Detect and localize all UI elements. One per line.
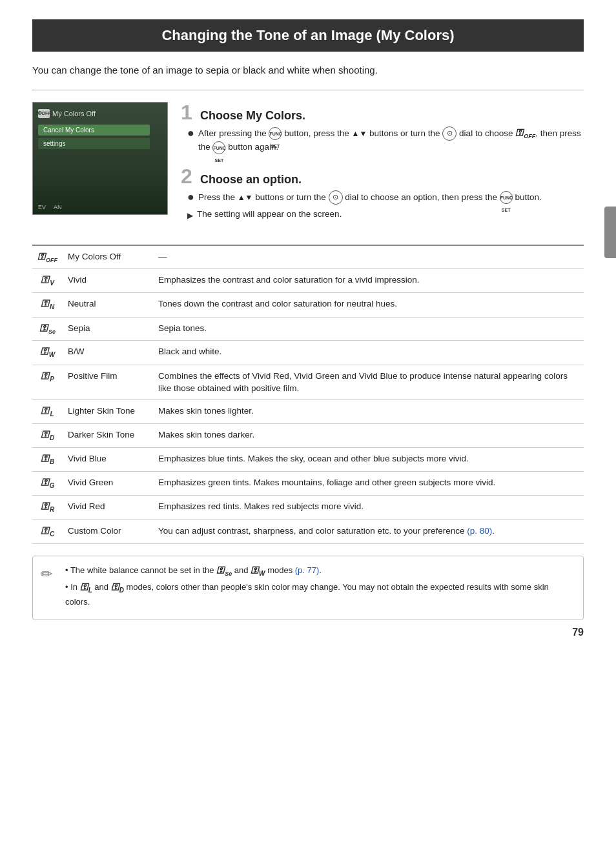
cam-mycolors-icon: ⚙OFF (38, 109, 50, 118)
row-icon: ⚿N (32, 293, 63, 317)
intro-text: You can change the tone of an image to s… (32, 63, 584, 78)
row-desc: Tones down the contrast and color satura… (153, 293, 584, 317)
table-row: ⚿L Lighter Skin Tone Makes skin tones li… (32, 399, 584, 423)
step-2-title: Choose an option. (200, 173, 302, 187)
step-1-number: 1 (181, 102, 195, 123)
step-2-bullet-1-text: Press the ▲▼ buttons or turn the ⊙ dial … (198, 190, 542, 205)
right-tab (604, 207, 616, 258)
table-row: ⚿G Vivid Green Emphasizes green tints. M… (32, 472, 584, 496)
cam-bottom-labels: EV AN (38, 204, 62, 210)
row-desc: Emphasizes red tints. Makes red subjects… (153, 496, 584, 520)
step-2-bullet-2-text: The setting will appear on the screen. (197, 208, 342, 221)
row-desc: Sepia tones. (153, 317, 584, 341)
note-line-1: • The white balance cannot be set in the… (65, 564, 573, 579)
dial-icon-1: ⊙ (442, 126, 457, 141)
step-2-number: 2 (181, 166, 195, 187)
row-desc: Black and white. (153, 341, 584, 365)
note-line-2: • In ⚿L and ⚿D modes, colors other than … (65, 581, 573, 609)
options-table: ⚿OFF My Colors Off — ⚿V Vivid Emphasizes… (32, 245, 584, 544)
table-row: ⚿R Vivid Red Emphasizes red tints. Makes… (32, 496, 584, 520)
row-desc: Makes skin tones darker. (153, 423, 584, 447)
table-row: ⚿Se Sepia Sepia tones. (32, 317, 584, 341)
row-name: Sepia (63, 317, 153, 341)
func-set-icon-1: FUNCSET (269, 127, 282, 140)
row-icon: ⚿C (32, 520, 63, 543)
row-desc: Makes skin tones lighter. (153, 399, 584, 423)
step-2: 2 Choose an option. ● Press the ▲▼ butto… (181, 166, 584, 221)
table-row: ⚿P Positive Film Combines the effects of… (32, 365, 584, 399)
notes-box: ✏ • The white balance cannot be set in t… (32, 556, 584, 620)
cam-mycolors-label: My Colors Off (52, 110, 96, 117)
row-desc: Combines the effects of Vivid Red, Vivid… (153, 365, 584, 399)
mycolors-off-icon: ⚿OFF (515, 128, 535, 137)
row-name: Darker Skin Tone (63, 423, 153, 447)
row-icon: ⚿P (32, 365, 63, 399)
section-divider (32, 90, 584, 90)
table-row: ⚿B Vivid Blue Emphasizes blue tints. Mak… (32, 448, 584, 472)
table-row: ⚿N Neutral Tones down the contrast and c… (32, 293, 584, 317)
row-name: Vivid Blue (63, 448, 153, 472)
cam-menu-item-1: Cancel My Colors (38, 125, 150, 136)
row-name: Custom Color (63, 520, 153, 543)
step-1-title: Choose My Colors. (200, 109, 305, 123)
row-name: Neutral (63, 293, 153, 317)
table-row: ⚿D Darker Skin Tone Makes skin tones dar… (32, 423, 584, 447)
step-2-bullet-2: ▶ The setting will appear on the screen. (187, 208, 584, 221)
row-icon: ⚿B (32, 448, 63, 472)
row-icon: ⚿G (32, 472, 63, 496)
table-row: ⚿C Custom Color You can adjust contrast,… (32, 520, 584, 543)
row-name: My Colors Off (63, 245, 153, 269)
triangle-icon: ▶ (187, 210, 193, 221)
page-number: 79 (32, 627, 584, 638)
func-set-icon-3: FUNCSET (500, 191, 513, 204)
cam-menu-item-2: settings (38, 138, 150, 149)
table-row: ⚿W B/W Black and white. (32, 341, 584, 365)
row-desc: — (153, 245, 584, 269)
camera-image: ⚙OFF My Colors Off Cancel My Colors sett… (32, 102, 168, 215)
row-name: Vivid Red (63, 496, 153, 520)
row-icon: ⚿W (32, 341, 63, 365)
bullet-dot-2-icon: ● (187, 191, 194, 203)
note-pencil-icon: ✏ (41, 563, 52, 585)
row-name: Lighter Skin Tone (63, 399, 153, 423)
row-icon: ⚿R (32, 496, 63, 520)
row-name: Vivid (63, 269, 153, 293)
row-name: B/W (63, 341, 153, 365)
row-desc: Emphasizes blue tints. Makes the sky, oc… (153, 448, 584, 472)
row-icon: ⚿V (32, 269, 63, 293)
arrow-updown-2-icon: ▲▼ (238, 193, 253, 202)
row-icon: ⚿Se (32, 317, 63, 341)
steps-section: ⚙OFF My Colors Off Cancel My Colors sett… (32, 102, 584, 233)
row-desc: Emphasizes green tints. Makes mountains,… (153, 472, 584, 496)
row-name: Vivid Green (63, 472, 153, 496)
row-icon: ⚿D (32, 423, 63, 447)
arrow-updown-icon: ▲▼ (352, 129, 367, 138)
steps-content: 1 Choose My Colors. ● After pressing the… (181, 102, 584, 233)
row-desc: Emphasizes the contrast and color satura… (153, 269, 584, 293)
row-name: Positive Film (63, 365, 153, 399)
table-row: ⚿OFF My Colors Off — (32, 245, 584, 269)
row-desc: You can adjust contrast, sharpness, and … (153, 520, 584, 543)
row-icon: ⚿L (32, 399, 63, 423)
step-2-bullet-1: ● Press the ▲▼ buttons or turn the ⊙ dia… (187, 190, 584, 205)
step-1-bullet-1-text: After pressing the FUNCSET button, press… (198, 126, 584, 154)
page-title: Changing the Tone of an Image (My Colors… (32, 19, 584, 52)
table-row: ⚿V Vivid Emphasizes the contrast and col… (32, 269, 584, 293)
bullet-dot-icon: ● (187, 127, 194, 139)
dial-icon-2: ⊙ (329, 190, 343, 205)
row-icon: ⚿OFF (32, 245, 63, 269)
step-1-bullet-1: ● After pressing the FUNCSET button, pre… (187, 126, 584, 154)
step-1: 1 Choose My Colors. ● After pressing the… (181, 102, 584, 154)
func-set-icon-2: FUNCSET (212, 141, 225, 154)
